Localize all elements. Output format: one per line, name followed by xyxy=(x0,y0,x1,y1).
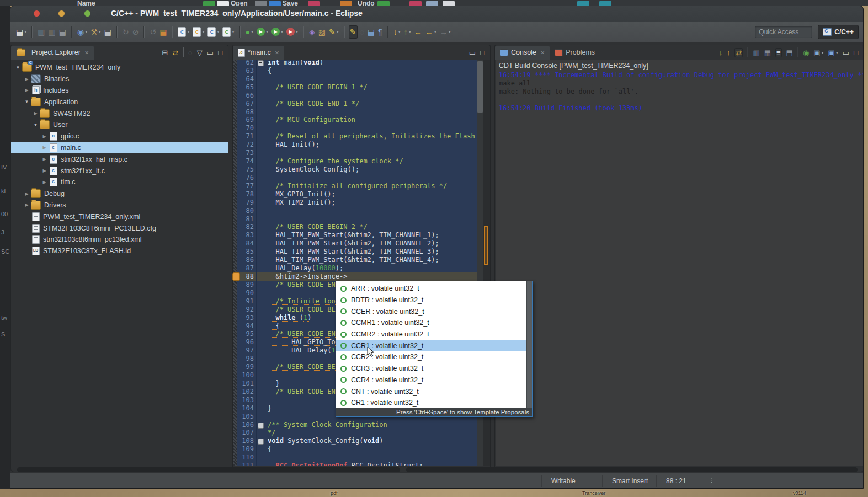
tree-expand-icon[interactable]: ▶ xyxy=(41,168,48,173)
completion-item-ccmr1[interactable]: CCMR1 : volatile uint32_t xyxy=(336,317,527,329)
code-line-109[interactable]: 109{ xyxy=(237,445,477,453)
code-line-65[interactable]: 65 /* USER CODE BEGIN 1 */ xyxy=(237,83,477,92)
build-config-dropdown-icon[interactable]: ▾ xyxy=(232,29,234,34)
completion-item-arr[interactable]: ARR : volatile uint32_t xyxy=(336,283,527,295)
prev-annotation-dropdown-icon[interactable]: ▾ xyxy=(409,29,411,34)
tree-expand-icon[interactable]: ▶ xyxy=(41,157,48,162)
completion-list[interactable]: ARR : volatile uint32_tBDTR : volatile u… xyxy=(336,281,527,408)
tree-expand-icon[interactable]: ▶ xyxy=(23,191,30,196)
format-disabled-icon[interactable]: ◌ xyxy=(359,25,365,39)
horizontal-scrollbar[interactable] xyxy=(406,467,858,472)
completion-item-ccr2[interactable]: CCR2 : volatile uint32_t xyxy=(336,351,527,363)
console-sync-icon[interactable]: ⇄ xyxy=(734,48,743,57)
background-zoom-in-icon[interactable] xyxy=(577,1,589,6)
tree-item-stm32f1xx-it-c[interactable]: ▶stm32f1xx_it.c xyxy=(11,165,228,177)
popup-scrollbar[interactable] xyxy=(526,281,532,408)
tree-item-stm32f103c8t6mini-pc13led-cfg[interactable]: STM32F103C8T6mini_PC13LED.cfg xyxy=(11,222,228,234)
fold-region[interactable] xyxy=(257,60,264,67)
open-element-icon[interactable]: ◈ xyxy=(308,25,316,39)
background-open-dropdown-icon[interactable] xyxy=(255,1,267,6)
code-line-80[interactable]: 80 xyxy=(237,207,477,215)
new-wizard-dropdown-icon[interactable]: ▾ xyxy=(24,29,26,34)
tree-expand-icon[interactable]: ▶ xyxy=(23,77,30,82)
completion-item-ccr3[interactable]: CCR3 : volatile uint32_t xyxy=(336,363,527,375)
annotation-ruler[interactable] xyxy=(233,60,237,466)
next-annotation-icon[interactable]: ↓▾ xyxy=(392,25,402,39)
tree-expand-icon[interactable]: ▼ xyxy=(14,65,22,70)
new-c-header-dropdown-icon[interactable]: ▾ xyxy=(202,29,204,34)
code-line-84[interactable]: 84 HAL_TIM_PWM_Start(&htim2, TIM_CHANNEL… xyxy=(237,239,477,248)
back-dropdown-icon[interactable]: ▾ xyxy=(434,29,436,34)
minimize-view-icon[interactable]: ▭ xyxy=(207,49,214,56)
stop-disabled-icon[interactable]: ⊘ xyxy=(131,25,140,39)
code-line-87[interactable]: 87 HAL_Delay(10000); xyxy=(237,264,477,272)
tree-item-debug[interactable]: ▶Debug xyxy=(11,188,228,200)
console-lock-icon[interactable]: ▦ xyxy=(764,49,771,56)
minimize-view-icon[interactable]: ▭ xyxy=(843,49,849,56)
new-wizard-icon[interactable]: ▤▾ xyxy=(15,25,28,39)
refresh-disabled-icon[interactable]: ↻ xyxy=(121,25,130,39)
collapse-fold-icon[interactable] xyxy=(258,60,264,66)
tree-item-main-c[interactable]: ▶main.c xyxy=(11,142,228,154)
code-line-64[interactable]: 64 xyxy=(237,75,477,83)
background-download-icon[interactable] xyxy=(269,1,281,6)
cpp-perspective-button[interactable]: C/C++ xyxy=(818,25,859,39)
completion-item-cr1[interactable]: CR1 : volatile uint32_t xyxy=(336,397,527,408)
completion-item-ccr4[interactable]: CCR4 : volatile uint32_t xyxy=(336,375,527,386)
tree-expand-icon[interactable]: ▶ xyxy=(41,180,48,185)
code-line-111[interactable]: 111 RCC_OscInitTypeDef RCC_OscInitStruct… xyxy=(237,462,477,466)
debug-config-icon[interactable]: ◉▾ xyxy=(76,25,88,39)
debug-config-dropdown-icon[interactable]: ▾ xyxy=(85,29,87,34)
show-whitespace-icon[interactable]: ¶ xyxy=(377,25,384,39)
completion-item-ccr1[interactable]: CCR1 : volatile uint32_t xyxy=(336,340,527,351)
close-window-button[interactable] xyxy=(34,10,40,17)
status-drag-handle[interactable]: ⋮ xyxy=(709,477,715,484)
run-icon[interactable]: ▶▾ xyxy=(255,25,269,39)
open-resource-icon[interactable]: ▨ xyxy=(317,25,327,39)
editor-tab-main-c[interactable]: *main.c ✕ xyxy=(233,46,284,60)
profile-dropdown-icon[interactable]: ▾ xyxy=(281,29,283,34)
code-line-75[interactable]: 75 SystemClock_Config(); xyxy=(237,165,477,174)
build-icon[interactable]: ⚒▾ xyxy=(89,25,102,39)
collapse-all-icon[interactable]: ⊟ xyxy=(162,49,168,56)
tree-item-stm32f103c8tx-flash-ld[interactable]: STM32F103C8Tx_FLASH.ld xyxy=(11,245,228,257)
tree-item-sw4stm32[interactable]: ▶SW4STM32 xyxy=(11,108,228,119)
clear-console-icon[interactable]: ▤ xyxy=(786,49,793,56)
code-line-66[interactable]: 66 xyxy=(237,92,477,100)
link-with-editor-icon[interactable]: ⇄ xyxy=(172,49,178,56)
debug-icon[interactable]: ●▾ xyxy=(244,25,254,39)
fold-region[interactable] xyxy=(257,421,264,429)
forward-icon[interactable]: →▾ xyxy=(439,25,452,39)
new-c-project-dropdown-icon[interactable]: ▾ xyxy=(217,29,219,34)
tab-console[interactable]: Console✕ xyxy=(495,46,550,60)
pin-console-icon[interactable]: ◉ xyxy=(803,49,809,56)
code-line-74[interactable]: 74 /* Configure the system clock */ xyxy=(237,157,477,165)
maximize-view-icon[interactable]: □ xyxy=(218,49,222,56)
background-redo-icon[interactable] xyxy=(377,1,390,6)
background-undo-button[interactable]: Undo xyxy=(358,0,375,6)
maximize-view-icon[interactable]: □ xyxy=(854,49,858,56)
code-line-77[interactable]: 77 /* Initialize all configured peripher… xyxy=(237,182,477,190)
open-console-dropdown-icon[interactable]: ▾ xyxy=(822,50,824,55)
code-line-82[interactable]: 82 /* USER CODE BEGIN 2 */ xyxy=(237,223,477,231)
minimize-view-icon[interactable]: ▭ xyxy=(469,49,476,56)
code-line-78[interactable]: 78 MX_GPIO_Init(); xyxy=(237,190,477,199)
code-line-85[interactable]: 85 HAL_TIM_PWM_Start(&htim2, TIM_CHANNEL… xyxy=(237,248,477,256)
scrollbar-thumb[interactable] xyxy=(477,61,483,113)
collapse-fold-icon[interactable] xyxy=(258,439,264,445)
new-c-header-icon[interactable]: C▾ xyxy=(191,25,205,39)
tree-item-stm32f103c8t6mini-pc13led-xml[interactable]: stm32f103c8t6mini_pc13led.xml xyxy=(11,234,228,245)
mark-occurrences-dropdown-icon[interactable]: ▾ xyxy=(337,29,339,34)
display-console-icon[interactable]: ▣▾ xyxy=(828,49,838,56)
code-line-107[interactable]: 107*/ xyxy=(237,429,477,437)
run-external-dropdown-icon[interactable]: ▾ xyxy=(296,29,298,34)
fold-region[interactable] xyxy=(257,437,264,445)
code-line-108[interactable]: 108void SystemClock_Config(void) xyxy=(237,437,477,445)
tree-expand-icon[interactable]: ▶ xyxy=(23,88,30,93)
horizontal-scrollbar[interactable] xyxy=(17,467,400,472)
code-line-70[interactable]: 70 xyxy=(237,124,477,132)
tree-expand-icon[interactable]: ▶ xyxy=(41,145,48,150)
background-open-button[interactable]: Open xyxy=(231,0,248,6)
code-line-79[interactable]: 79 MX_TIM2_Init(); xyxy=(237,199,477,207)
tree-item-pwm-test-timer234-only[interactable]: ▼PWM_test_TIMER234_only xyxy=(11,62,228,73)
